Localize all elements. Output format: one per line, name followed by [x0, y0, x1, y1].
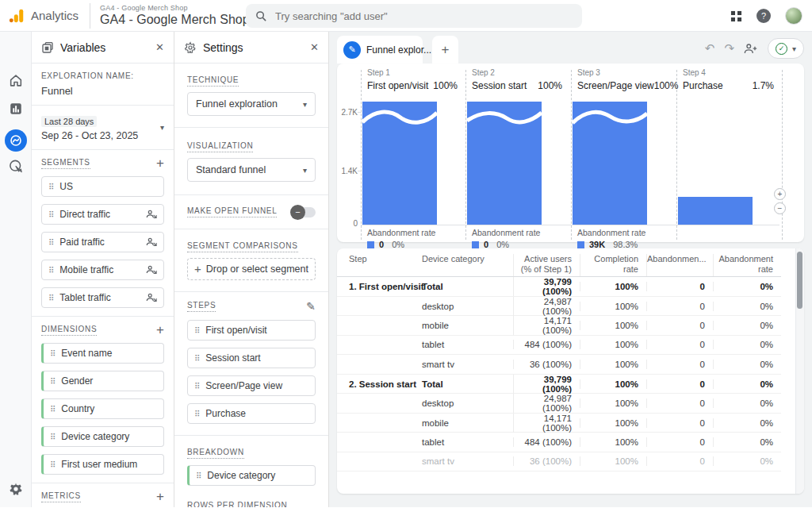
header-line: Abandonment — [714, 254, 773, 264]
analytics-logo[interactable]: Analytics — [8, 7, 79, 25]
chevron-down-icon: ▾ — [792, 44, 796, 53]
funnel-step-header-2: Step 2 Session start100% — [465, 68, 570, 91]
cell-active-users: 484 (100%) — [513, 437, 580, 447]
steps-label: STEPS — [187, 301, 216, 312]
cell-step: 1. First open/visit — [337, 282, 422, 291]
add-tab-button[interactable]: + — [432, 36, 458, 64]
segments-section: SEGMENTS + ⠿ US ⠿ Direct traffic ⠿ Paid … — [32, 150, 174, 317]
variables-icon — [41, 41, 54, 54]
tab-funnel-exploration[interactable]: ✎ Funnel explor... ▾ — [337, 36, 423, 64]
help-icon[interactable]: ? — [756, 9, 771, 23]
date-range-selector[interactable]: Last 28 days Sep 26 - Oct 23, 2025 ▾ — [32, 106, 174, 150]
zoom-out-button[interactable]: − — [774, 202, 786, 214]
add-segment-button[interactable]: + — [156, 158, 164, 169]
drag-handle-icon[interactable]: ⠿ — [48, 266, 53, 275]
dimension-chip-country[interactable]: ⠿Country — [41, 398, 164, 419]
drag-handle-icon[interactable]: ⠿ — [194, 382, 199, 391]
table-scrollbar[interactable] — [795, 248, 804, 494]
funnel-bar-step-4[interactable] — [678, 197, 753, 225]
segment-comparisons-section: SEGMENT COMPARISONS + Drop or select seg… — [174, 229, 328, 292]
global-search[interactable] — [246, 4, 582, 28]
cell-step: 2. Session start — [337, 379, 422, 389]
step-chip-session-start[interactable]: ⠿Session start — [187, 348, 316, 368]
segment-chip-paid-traffic[interactable]: ⠿ Paid traffic — [41, 232, 164, 252]
steps-section: STEPS ✎ ⠿First open/visit ⠿Session start… — [174, 292, 328, 436]
admin-gear-icon[interactable] — [9, 482, 23, 496]
drag-handle-icon[interactable]: ⠿ — [50, 349, 55, 358]
apps-grid-icon[interactable] — [730, 10, 742, 22]
edit-steps-icon[interactable]: ✎ — [306, 300, 316, 313]
drag-handle-icon[interactable]: ⠿ — [194, 354, 199, 363]
table-scrollbar-thumb[interactable] — [797, 252, 802, 309]
dimension-chip-device-category[interactable]: ⠿Device category — [41, 426, 164, 447]
segment-chip-mobile-traffic[interactable]: ⠿ Mobile traffic — [41, 260, 164, 280]
share-users-icon[interactable] — [744, 43, 758, 55]
cell-abandonment-rate: 0% — [713, 340, 781, 349]
open-funnel-toggle[interactable]: − — [292, 207, 316, 217]
dimension-chip-gender[interactable]: ⠿Gender — [41, 371, 164, 391]
add-dimension-button[interactable]: + — [156, 325, 164, 336]
nav-explore-icon[interactable] — [5, 129, 27, 152]
header-line: Active users — [514, 254, 572, 264]
cell-active-users: 39,799 (100%) — [513, 375, 580, 394]
step-chip-screen-page-view[interactable]: ⠿Screen/Page view — [187, 375, 316, 396]
funnel-bar-step-3[interactable] — [573, 102, 647, 225]
drag-handle-icon[interactable]: ⠿ — [50, 433, 55, 441]
cell-device: tablet — [422, 340, 513, 349]
date-preset: Last 28 days — [41, 116, 97, 127]
close-variables-icon[interactable]: ✕ — [155, 41, 164, 53]
cell-abandonments: 0 — [646, 340, 713, 349]
nav-reports-icon[interactable] — [9, 102, 23, 116]
dimension-chip-event-name[interactable]: ⠿Event name — [41, 343, 164, 364]
check-glyph: ✓ — [779, 44, 785, 52]
export-status-button[interactable]: ✓ ▾ — [768, 38, 804, 59]
drag-handle-icon[interactable]: ⠿ — [196, 471, 201, 480]
shared-segment-icon — [146, 210, 157, 219]
ga4-explorations-app: Analytics GA4 - Google Merch Shop GA4 - … — [0, 0, 812, 508]
visualization-dropdown[interactable]: Standard funnel ▾ — [187, 158, 316, 182]
exploration-name-label: EXPLORATION NAME: — [41, 71, 164, 80]
search-input[interactable] — [275, 10, 545, 22]
drag-handle-icon[interactable]: ⠿ — [48, 294, 53, 302]
open-funnel-section: MAKE OPEN FUNNEL − — [174, 195, 328, 229]
funnel-bar-step-2[interactable] — [467, 102, 542, 225]
dimension-chip-first-user-medium[interactable]: ⠿First user medium — [41, 454, 164, 475]
avatar[interactable] — [785, 7, 802, 25]
zoom-in-button[interactable]: + — [774, 188, 786, 200]
segment-chip-direct-traffic[interactable]: ⠿ Direct traffic — [41, 204, 164, 225]
close-settings-icon[interactable]: ✕ — [310, 41, 319, 53]
drag-handle-icon[interactable]: ⠿ — [48, 210, 53, 219]
table-row: mobile 14,171 (100%) 100% 0 0% — [337, 414, 781, 433]
funnel-step-header-4: Step 4 Purchase1.7% — [676, 68, 782, 91]
segment-label: Paid traffic — [59, 237, 104, 248]
step-chip-purchase[interactable]: ⠿Purchase — [187, 403, 316, 424]
cell-device: Total — [422, 379, 513, 389]
property-selector[interactable]: GA4 - Google Merch Shop GA4 - Google Mer… — [100, 4, 250, 27]
redo-button[interactable]: ↷ — [724, 41, 734, 56]
nav-home-icon[interactable] — [8, 73, 23, 88]
drag-handle-icon[interactable]: ⠿ — [194, 326, 199, 335]
drag-handle-icon[interactable]: ⠿ — [50, 405, 55, 414]
drop-segment-target[interactable]: + Drop or select segment — [187, 258, 316, 280]
undo-button[interactable]: ↶ — [705, 41, 715, 56]
cell-device: smart tv — [422, 456, 513, 466]
drag-handle-icon[interactable]: ⠿ — [48, 183, 53, 191]
breakdown-chip-device-category[interactable]: ⠿Device category — [187, 465, 316, 486]
segment-chip-us[interactable]: ⠿ US — [41, 176, 164, 197]
cell-completion-rate: 100% — [580, 456, 646, 466]
drag-handle-icon[interactable]: ⠿ — [50, 460, 55, 469]
cell-abandonments: 0 — [646, 282, 713, 291]
step-chip-first-open-visit[interactable]: ⠿First open/visit — [187, 320, 316, 341]
table-row: 1. First open/visit Total 39,799 (100%) … — [337, 277, 781, 297]
segment-label: Direct traffic — [59, 209, 110, 220]
drag-handle-icon[interactable]: ⠿ — [48, 238, 53, 247]
drag-handle-icon[interactable]: ⠿ — [194, 410, 199, 418]
nav-advertising-icon[interactable] — [8, 159, 23, 174]
exploration-name-value[interactable]: Funnel — [41, 85, 164, 97]
rows-per-dimension-section: ROWS PER DIMENSION 5 ▾ — [174, 489, 328, 507]
funnel-bar-step-1[interactable] — [362, 102, 437, 225]
add-metric-button[interactable]: + — [156, 491, 164, 502]
technique-dropdown[interactable]: Funnel exploration ▾ — [187, 92, 316, 116]
drag-handle-icon[interactable]: ⠿ — [50, 377, 55, 386]
segment-chip-tablet-traffic[interactable]: ⠿ Tablet traffic — [41, 287, 164, 308]
